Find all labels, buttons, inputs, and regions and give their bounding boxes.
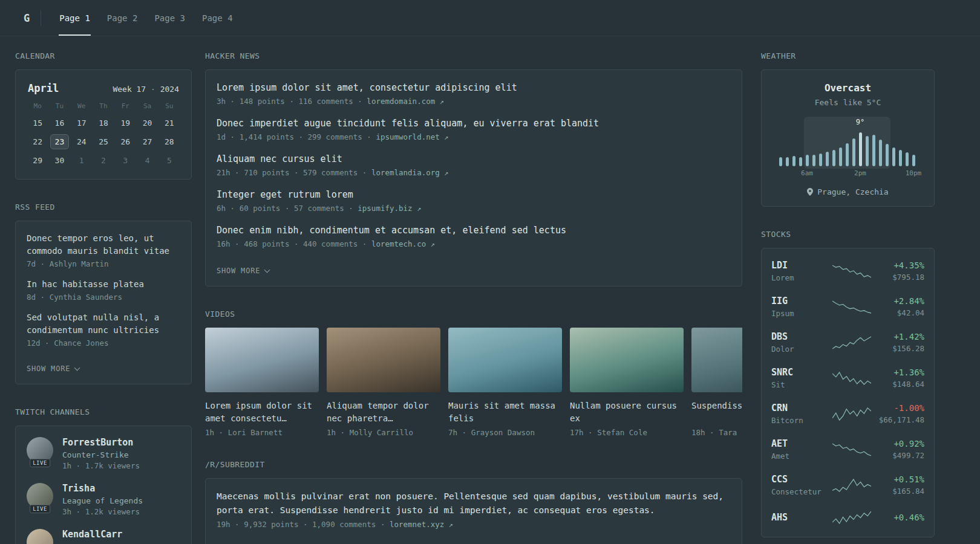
stock-row[interactable]: AHS+0.46%	[771, 503, 924, 532]
stock-row[interactable]: IIGIpsum+2.84%$42.04	[771, 289, 924, 325]
stock-change: +0.92%	[872, 439, 924, 448]
hackernews-item-title[interactable]: Donec imperdiet augue tincidunt felis al…	[217, 117, 731, 130]
stock-spark-wrap	[831, 478, 872, 493]
rss-item: Sed volutpat nulla nisl, a condimentum n…	[27, 311, 180, 348]
hackernews-item-meta-text: 21h · 710 points · 579 comments ·	[217, 168, 371, 177]
post-title[interactable]: Maecenas mollis pulvinar erat non posuer…	[217, 490, 731, 517]
stock-price: $499.72	[872, 451, 924, 460]
stock-row[interactable]: CRNBitcorn-1.00%$66,171.48	[771, 396, 924, 432]
video-thumbnail[interactable]	[570, 328, 684, 392]
dashboard: CALENDAR April Week 17 · 2024 MoTuWeThFr…	[0, 36, 980, 544]
calendar-day: 18	[94, 115, 113, 131]
stock-symbol: AET	[771, 438, 831, 449]
stock-row[interactable]: LDILorem+4.35%$795.18	[771, 253, 924, 289]
video-thumbnail[interactable]	[205, 328, 319, 392]
twitch-channel-row[interactable]: LIVEForrestBurtonCounter-Strike1h · 1.7k…	[27, 437, 180, 470]
hackernews-show-more-button[interactable]: SHOW MORE	[217, 267, 269, 275]
twitch-list: LIVEForrestBurtonCounter-Strike1h · 1.7k…	[27, 437, 180, 544]
rss-item-title[interactable]: Donec tempor eros leo, ut commodo mauris…	[27, 232, 180, 257]
video-title[interactable]: Lorem ipsum dolor sit amet consectetu…	[205, 400, 319, 425]
rss-show-more-button[interactable]: SHOW MORE	[27, 364, 79, 373]
rss-item-title[interactable]: In hac habitasse platea	[27, 278, 180, 291]
stock-sparkline	[832, 335, 871, 351]
video-title[interactable]: Mauris sit amet massa felis	[448, 400, 562, 425]
hackernews-item-domain-link[interactable]: loremdomain.com ↗	[367, 97, 444, 106]
twitch-channel-name: KendallCarr	[62, 529, 122, 540]
app-logo[interactable]: G	[15, 12, 41, 24]
calendar-day: 19	[116, 115, 134, 131]
calendar-day: 26	[116, 134, 134, 149]
tab-page-4[interactable]: Page 4	[195, 0, 240, 36]
hackernews-item-domain-link[interactable]: loremtech.co ↗	[371, 239, 435, 248]
hackernews-item-meta: 6h · 60 points · 57 comments · ipsumify.…	[217, 204, 731, 213]
hackernews-item-title[interactable]: Donec enim nibh, condimentum et accumsan…	[217, 224, 731, 237]
weather-bar	[786, 157, 789, 166]
stock-values: +1.42%$156.28	[872, 332, 924, 353]
tab-page-3[interactable]: Page 3	[147, 0, 192, 36]
stock-row[interactable]: AETAmet+0.92%$499.72	[771, 432, 924, 467]
stocks-widget-title: STOCKS	[761, 230, 935, 239]
stock-values: +0.51%$165.84	[872, 474, 924, 496]
stock-spark-wrap	[831, 335, 872, 351]
twitch-channel-row[interactable]: LIVETrishaLeague of Legends3h · 1.2k vie…	[27, 483, 180, 516]
video-title[interactable]: Nullam posuere cursus ex	[570, 400, 684, 425]
hackernews-widget-title: HACKER NEWS	[205, 51, 742, 60]
video-title[interactable]: Suspendisse diam	[691, 400, 742, 425]
video-thumbnail[interactable]	[327, 328, 440, 392]
stock-price: $42.04	[872, 308, 924, 317]
twitch-channel-row[interactable]: KendallCarr	[27, 529, 180, 544]
stock-spark-wrap	[831, 299, 872, 315]
calendar-week-segment: Week	[113, 85, 136, 94]
rss-item-title[interactable]: Sed volutpat nulla nisl, a condimentum n…	[27, 311, 180, 337]
stock-info: LDILorem	[771, 260, 831, 282]
stock-sparkline	[832, 406, 871, 422]
video-item[interactable]: Mauris sit amet massa felis7h · Grayson …	[448, 328, 562, 437]
rss-item: In hac habitasse platea8d · Cynthia Saun…	[27, 278, 180, 302]
stock-change: +1.42%	[872, 332, 924, 342]
hackernews-item-domain-link[interactable]: ipsumworld.net ↗	[376, 132, 448, 141]
twitch-channel-info: KendallCarr	[62, 529, 122, 540]
hackernews-item-meta: 21h · 710 points · 579 comments · loreml…	[217, 168, 731, 177]
video-item[interactable]: Suspendisse diam18h · Tara	[691, 328, 742, 437]
stock-spark-wrap	[831, 371, 872, 386]
hackernews-item-domain-link[interactable]: ipsumify.biz ↗	[358, 204, 421, 213]
video-title[interactable]: Aliquam tempor dolor nec pharetra…	[327, 400, 440, 425]
stock-symbol: AHS	[771, 512, 831, 523]
weather-bar	[859, 132, 862, 166]
stock-symbol: DBS	[771, 331, 831, 342]
hackernews-item-title[interactable]: Integer eget rutrum lorem	[217, 188, 731, 201]
hackernews-item-domain-link[interactable]: loremlandia.org ↗	[371, 168, 449, 177]
hackernews-item-title[interactable]: Lorem ipsum dolor sit amet, consectetur …	[217, 81, 731, 94]
weather-bar	[792, 156, 795, 166]
post-domain-link[interactable]: loremnet.xyz ↗	[390, 520, 453, 529]
calendar-day-name: Su	[158, 102, 180, 110]
stock-name: Lorem	[771, 273, 831, 282]
stock-name: Dolor	[771, 345, 831, 354]
stock-row[interactable]: SNRCSit+1.36%$148.64	[771, 360, 924, 396]
calendar-week-segment: 2024	[160, 85, 179, 94]
stock-info: AHS	[771, 512, 831, 523]
tab-page-1[interactable]: Page 1	[52, 0, 97, 36]
video-thumbnail[interactable]	[691, 328, 742, 392]
rss-item-meta: 8d · Cynthia Saunders	[27, 293, 180, 302]
tab-page-2[interactable]: Page 2	[100, 0, 145, 36]
calendar-day-name: We	[71, 102, 93, 110]
post-meta-text: 19h · 9,932 points · 1,090 comments ·	[217, 520, 390, 529]
live-badge: LIVE	[30, 505, 50, 513]
video-item[interactable]: Nullam posuere cursus ex17h · Stefan Col…	[570, 328, 684, 437]
stock-spark-wrap	[831, 442, 872, 458]
weather-chart: 9° 6am2pm10pm	[779, 117, 917, 177]
hackernews-item-title[interactable]: Aliquam nec cursus elit	[217, 152, 731, 166]
stock-symbol: IIG	[771, 296, 831, 306]
right-column: WEATHER Overcast Feels like 5°C 9° 6am2p…	[761, 51, 935, 544]
external-link-icon: ↗	[444, 133, 448, 141]
video-item[interactable]: Lorem ipsum dolor sit amet consectetu…1h…	[205, 328, 319, 437]
weather-card: Overcast Feels like 5°C 9° 6am2pm10pm Pr…	[761, 70, 935, 207]
rss-item: Donec tempor eros leo, ut commodo mauris…	[27, 232, 180, 268]
stock-row[interactable]: DBSDolor+1.42%$156.28	[771, 325, 924, 360]
video-item[interactable]: Aliquam tempor dolor nec pharetra…1h · M…	[327, 328, 440, 437]
stock-info: SNRCSit	[771, 367, 831, 389]
stock-row[interactable]: CCSConsectetur+0.51%$165.84	[771, 467, 924, 503]
video-thumbnail[interactable]	[448, 328, 562, 392]
calendar-day: 15	[28, 115, 47, 131]
